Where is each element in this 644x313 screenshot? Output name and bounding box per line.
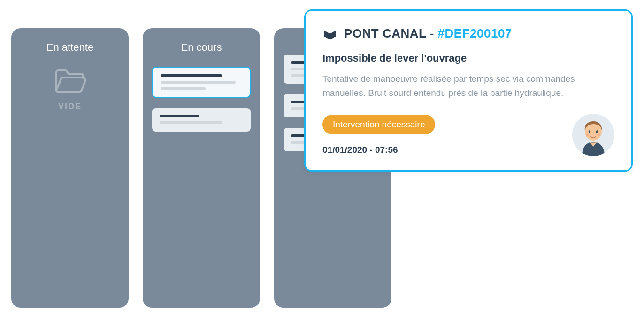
- detail-description: Tentative de manoeuvre réalisée par temp…: [322, 72, 614, 101]
- detail-header: PONT CANAL - #DEF200107: [322, 26, 614, 41]
- svg-point-4: [598, 133, 601, 136]
- empty-label: VIDE: [58, 102, 82, 111]
- detail-timestamp: 01/01/2020 - 07:56: [322, 145, 435, 155]
- column-pending: En attente VIDE: [11, 28, 129, 308]
- column-in-progress: En cours: [143, 28, 260, 308]
- detail-reference: #DEF200107: [438, 26, 512, 40]
- column-title: En cours: [152, 41, 251, 54]
- detail-subtitle: Impossible de lever l'ouvrage: [322, 52, 614, 64]
- detail-footer: Intervention nécessaire 01/01/2020 - 07:…: [322, 114, 614, 156]
- card-line: [160, 115, 199, 117]
- cube-icon: [322, 26, 337, 41]
- detail-panel: PONT CANAL - #DEF200107 Impossible de le…: [304, 9, 633, 172]
- svg-point-3: [586, 133, 590, 136]
- avatar: [572, 114, 614, 156]
- detail-title: PONT CANAL - #DEF200107: [344, 26, 512, 41]
- svg-point-2: [596, 130, 598, 133]
- folder-open-icon: [54, 67, 86, 95]
- card-item[interactable]: [152, 108, 251, 132]
- avatar-icon: [575, 117, 611, 156]
- card-item[interactable]: [152, 67, 251, 98]
- status-badge[interactable]: Intervention nécessaire: [322, 115, 435, 134]
- empty-state: VIDE: [21, 67, 119, 111]
- card-line: [161, 87, 206, 90]
- detail-footer-left: Intervention nécessaire 01/01/2020 - 07:…: [322, 115, 435, 155]
- detail-location: PONT CANAL: [344, 26, 426, 40]
- column-title: En attente: [21, 41, 119, 54]
- detail-separator: -: [426, 26, 438, 40]
- card-line: [160, 121, 222, 124]
- card-line: [161, 81, 236, 84]
- card-line: [161, 74, 222, 77]
- svg-point-1: [589, 130, 590, 133]
